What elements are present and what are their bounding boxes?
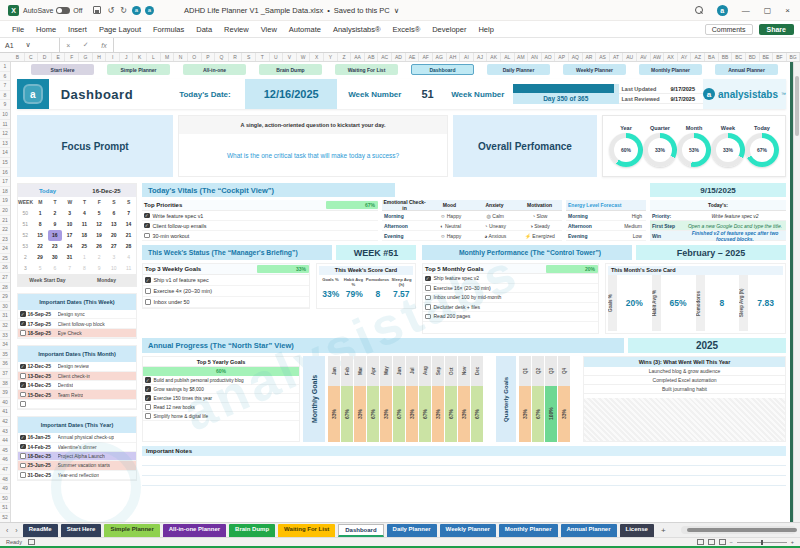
column-header[interactable]: AY bbox=[678, 53, 692, 61]
calendar-cell[interactable]: 51 bbox=[18, 219, 33, 230]
date-row[interactable]: 18-Sep-25 Eye Check bbox=[18, 329, 136, 338]
nav-button[interactable]: Weekly Planner bbox=[563, 64, 626, 75]
mood-value[interactable]: ☺ Happy bbox=[429, 213, 474, 219]
row-header[interactable]: 14 bbox=[0, 148, 10, 158]
column-header[interactable]: AT bbox=[610, 53, 624, 61]
column-header[interactable]: AF bbox=[419, 53, 433, 61]
checkbox[interactable] bbox=[145, 277, 151, 283]
calendar-cell[interactable]: 22 bbox=[33, 241, 48, 252]
priority-row[interactable]: Write feature spec v1 bbox=[142, 211, 378, 221]
date-row[interactable]: 16-Jan-25 Annual physical check-up bbox=[18, 433, 136, 442]
row-header[interactable]: 15 bbox=[0, 158, 10, 168]
column-header[interactable]: AR bbox=[583, 53, 597, 61]
calendar-cell[interactable]: 19 bbox=[92, 230, 107, 241]
checkbox[interactable] bbox=[20, 463, 26, 469]
emotional-row[interactable]: Evening ☺ Happy ◕ Anxious ⚡ Energized bbox=[382, 231, 562, 241]
calendar-cell[interactable]: 18 bbox=[77, 230, 92, 241]
share-button[interactable]: Share bbox=[759, 24, 794, 35]
toggle-switch-icon[interactable] bbox=[56, 7, 70, 14]
row-header[interactable]: 12 bbox=[0, 129, 10, 139]
vertical-scrollbar[interactable] bbox=[793, 62, 800, 522]
calendar-cell[interactable]: 5 bbox=[92, 208, 107, 219]
calendar-cell[interactable]: 1 bbox=[77, 252, 92, 263]
nav-button[interactable]: Annual Planner bbox=[715, 64, 778, 75]
goal-row[interactable]: Grow savings by $8,000 bbox=[143, 385, 299, 394]
zoom-slider[interactable] bbox=[737, 542, 787, 543]
calendar-cell[interactable]: 31 bbox=[62, 252, 77, 263]
checkbox[interactable] bbox=[144, 223, 150, 229]
energy-row[interactable]: Afternoon Medium bbox=[566, 221, 646, 231]
column-header[interactable]: AS bbox=[596, 53, 610, 61]
energy-level[interactable]: High bbox=[616, 213, 646, 219]
column-header[interactable]: AJ bbox=[474, 53, 488, 61]
checkbox[interactable] bbox=[145, 404, 151, 410]
row-header[interactable]: 41 bbox=[0, 407, 10, 417]
column-header[interactable]: BB bbox=[719, 53, 733, 61]
calendar-cell[interactable]: 30 bbox=[48, 252, 63, 263]
checkbox[interactable] bbox=[145, 386, 151, 392]
column-header[interactable]: AP bbox=[555, 53, 569, 61]
horizontal-scrollbar[interactable] bbox=[681, 526, 796, 534]
column-header[interactable]: AH bbox=[447, 53, 461, 61]
column-header[interactable]: Z bbox=[338, 53, 352, 61]
column-header[interactable]: BG bbox=[787, 53, 800, 61]
nav-button[interactable]: Waiting For List bbox=[335, 64, 398, 75]
date-row[interactable]: 18-Dec-25 Project Alpha Launch bbox=[18, 452, 136, 461]
row-header[interactable]: 39 bbox=[0, 388, 10, 398]
row-header[interactable]: 20 bbox=[0, 206, 10, 216]
date-row[interactable]: 14-Feb-25 Valentine's dinner bbox=[18, 443, 136, 452]
checkbox[interactable] bbox=[425, 285, 431, 291]
calendar-cell[interactable]: 12 bbox=[92, 219, 107, 230]
column-header[interactable]: BC bbox=[732, 53, 746, 61]
zoom-slider-thumb[interactable] bbox=[761, 540, 763, 545]
mood-value[interactable]: ☺ Happy bbox=[429, 233, 474, 239]
row-header[interactable]: 27 bbox=[0, 273, 10, 283]
column-header[interactable]: K bbox=[133, 53, 147, 61]
daily-row[interactable]: Priority: Write feature spec v2 bbox=[650, 211, 786, 221]
checkbox[interactable] bbox=[20, 472, 26, 478]
addin-icon[interactable]: a bbox=[132, 6, 141, 15]
row-header[interactable]: 29 bbox=[0, 292, 10, 302]
sheet-tab[interactable]: Daily Planner bbox=[387, 524, 437, 537]
calendar-cell[interactable]: 7 bbox=[62, 263, 77, 274]
column-header[interactable]: AG bbox=[433, 53, 447, 61]
row-header[interactable]: 24 bbox=[0, 244, 10, 254]
calendar-cell[interactable]: 53 bbox=[18, 241, 33, 252]
column-header[interactable]: AD bbox=[392, 53, 406, 61]
checkbox[interactable] bbox=[20, 364, 26, 370]
column-header[interactable]: E bbox=[52, 53, 66, 61]
row-header[interactable]: 8 bbox=[0, 91, 10, 101]
date-row[interactable]: 12-Dec-25 Design review bbox=[18, 362, 136, 371]
calendar-cell[interactable]: 10 bbox=[107, 263, 122, 274]
column-header[interactable]: W bbox=[297, 53, 311, 61]
calendar-cell[interactable]: 15 bbox=[33, 230, 48, 241]
calendar-cell[interactable]: 11 bbox=[77, 219, 92, 230]
row-header[interactable]: 28 bbox=[0, 283, 10, 293]
nav-button[interactable]: Start Here bbox=[31, 64, 94, 75]
sheet-tab[interactable]: Waiting For List bbox=[278, 524, 335, 537]
date-row[interactable]: 14-Dec-25 Dentist bbox=[18, 381, 136, 390]
calendar-cell[interactable]: 9 bbox=[92, 263, 107, 274]
checkbox[interactable] bbox=[20, 311, 26, 317]
row-header[interactable]: 44 bbox=[0, 436, 10, 446]
calendar-cell[interactable]: 3 bbox=[107, 252, 122, 263]
emotional-row[interactable]: Afternoon ◐ Neutral ◔ Uneasy ◑ Steady bbox=[382, 221, 562, 231]
calendar-cell[interactable]: 2 bbox=[92, 252, 107, 263]
column-header[interactable]: Y bbox=[324, 53, 338, 61]
enter-icon[interactable]: ✓ bbox=[83, 41, 89, 49]
column-header[interactable]: AX bbox=[664, 53, 678, 61]
sheet-tab[interactable]: Simple Planner bbox=[104, 524, 159, 537]
mood-value[interactable]: ◐ Neutral bbox=[429, 223, 474, 229]
sheet-tab[interactable]: Annual Planner bbox=[561, 524, 617, 537]
column-header[interactable]: AN bbox=[528, 53, 542, 61]
row-header[interactable]: 10 bbox=[0, 110, 10, 120]
nav-button[interactable]: Brain Dump bbox=[259, 64, 322, 75]
row-header[interactable]: 26 bbox=[0, 263, 10, 273]
column-header[interactable]: J bbox=[120, 53, 134, 61]
energy-level[interactable]: Low bbox=[616, 233, 646, 239]
nav-button[interactable]: All-in-one bbox=[183, 64, 246, 75]
column-header[interactable]: M bbox=[161, 53, 175, 61]
checkbox[interactable] bbox=[20, 382, 26, 388]
checkbox[interactable] bbox=[20, 392, 26, 398]
sheet-tab[interactable]: ReadMe bbox=[23, 524, 58, 537]
